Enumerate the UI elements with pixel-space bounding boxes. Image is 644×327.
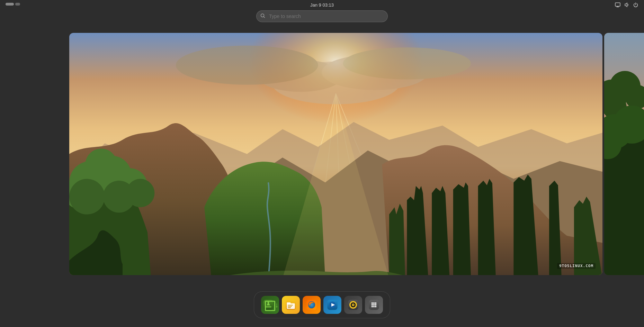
dock-icon-app-grid[interactable]: [365, 296, 383, 314]
svg-point-16: [343, 47, 471, 79]
svg-point-62: [373, 302, 375, 304]
svg-rect-43: [268, 301, 269, 305]
dock-icon-firefox[interactable]: [303, 296, 321, 314]
svg-rect-0: [615, 3, 620, 6]
dock-icon-files[interactable]: [282, 296, 300, 314]
svg-rect-48: [288, 306, 292, 307]
svg-point-22: [69, 179, 105, 215]
svg-point-69: [375, 306, 376, 307]
svg-rect-47: [288, 305, 293, 306]
svg-point-59: [353, 305, 354, 306]
dock-icon-media-player[interactable]: [323, 296, 341, 314]
volume-icon[interactable]: [624, 2, 629, 9]
svg-point-64: [372, 304, 373, 306]
svg-point-66: [375, 304, 376, 306]
svg-rect-49: [288, 307, 291, 308]
right-partial-wallpaper: [604, 33, 644, 275]
svg-point-65: [373, 304, 375, 306]
datetime-display: Jan 9 03:13: [0, 0, 644, 10]
main-wallpaper: 9TO5LINUX.COM: [69, 33, 602, 275]
svg-point-61: [372, 302, 373, 304]
svg-rect-46: [287, 302, 290, 305]
top-bar: Jan 9 03:13: [0, 0, 644, 21]
dock: [254, 291, 390, 318]
svg-rect-40: [263, 300, 273, 310]
svg-point-68: [373, 306, 375, 307]
dock-icon-downloader[interactable]: [261, 296, 279, 314]
system-tray: [615, 2, 638, 9]
svg-marker-42: [266, 303, 270, 305]
screen-icon[interactable]: [615, 2, 620, 9]
power-icon[interactable]: [633, 2, 638, 9]
svg-point-63: [375, 302, 376, 304]
watermark: 9TO5LINUX.COM: [557, 263, 596, 269]
svg-point-15: [176, 46, 318, 85]
dock-icon-speaker[interactable]: [344, 296, 362, 314]
svg-point-21: [85, 149, 117, 181]
svg-point-24: [126, 179, 154, 207]
svg-rect-41: [265, 306, 271, 307]
svg-point-67: [372, 306, 373, 307]
